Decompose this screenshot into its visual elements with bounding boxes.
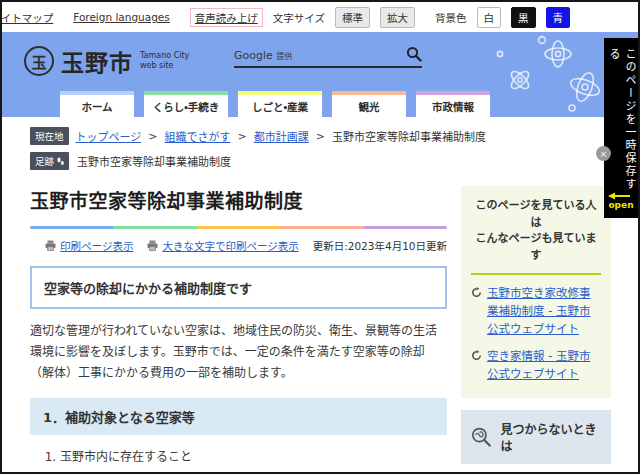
close-icon[interactable]: ×: [596, 146, 611, 161]
related-divider: [471, 273, 601, 275]
bg-blue-button[interactable]: 青: [546, 7, 571, 28]
bg-color-label: 背景色: [435, 10, 467, 25]
eligibility-list: 玉野市内に存在すること 空家等の物的状態がそのまま放置すれば、倒壊等著しく保安上…: [30, 447, 447, 474]
save-page-label: このページを一時保存する: [605, 48, 637, 192]
city-emblem-icon: 玉: [24, 46, 54, 76]
printer-icon: [45, 240, 56, 251]
tab-work-industry[interactable]: しごと・産業: [238, 91, 322, 117]
not-found-label: 見つからないときは: [501, 420, 602, 454]
print-large-text-link[interactable]: 大きな文字で印刷ページ表示: [147, 238, 298, 253]
print-page-link[interactable]: 印刷ページ表示: [45, 238, 133, 253]
breadcrumb-link-top[interactable]: トップページ: [76, 128, 142, 144]
list-item: 空家等の物的状態がそのまま放置すれば、倒壊等著しく保安上危険となるおそれのある状…: [60, 469, 447, 474]
tab-tourism[interactable]: 観光: [332, 91, 406, 117]
related-link-renovation-subsidy[interactable]: 玉野市空き家改修事業補助制度 - 玉野市公式ウェブサイト: [471, 285, 601, 338]
list-item: 玉野市内に存在すること: [60, 447, 447, 469]
bg-white-button[interactable]: 白: [477, 7, 502, 28]
font-size-large-button[interactable]: 拡大: [380, 7, 415, 28]
save-page-tab[interactable]: このページを一時保存する open ×: [604, 38, 638, 218]
tab-home[interactable]: ホーム: [60, 91, 134, 117]
lead-summary-box: 空家等の除却にかかる補助制度です: [30, 266, 447, 309]
current-location-badge: 現在地: [30, 127, 69, 145]
site-logo[interactable]: 玉 玉野市 Tamano City web site: [24, 44, 189, 78]
breadcrumb-link-organizations[interactable]: 組織でさがす: [165, 128, 231, 144]
footprint-history: 足跡 玉野市空家等除却事業補助制度: [2, 145, 638, 170]
rainbow-divider: [30, 226, 447, 229]
tab-living-procedures[interactable]: くらし・手続き: [144, 91, 228, 117]
sidebar: このページを見ている人は こんなページも見ています 玉野市空き家改修事業補助制度…: [461, 170, 611, 474]
site-header: 玉 玉野市 Tamano City web site Google 提供: [2, 32, 638, 117]
tab-city-info[interactable]: 市政情報: [416, 91, 490, 117]
site-search-input[interactable]: Google 提供: [234, 46, 422, 68]
primary-navigation: ホーム くらし・手続き しごと・産業 観光 市政情報: [60, 91, 490, 117]
open-arrow-icon: [608, 192, 630, 200]
search-scribble-icon: [470, 425, 493, 449]
related-pages-title: このページを見ている人は こんなページも見ています: [471, 198, 601, 264]
search-icon[interactable]: [406, 46, 422, 62]
main-column: 玉野市空家等除却事業補助制度 印刷ページ表示 大きな文字で印刷ページ表示 更新日…: [30, 170, 447, 474]
updated-date: 更新日:2023年4月10日更新: [313, 238, 447, 253]
printer-icon: [147, 240, 158, 251]
sitemap-link[interactable]: サイトマップ: [0, 10, 53, 25]
page-title: 玉野市空家等除却事業補助制度: [30, 186, 447, 213]
site-title: 玉野市: [61, 44, 133, 78]
search-provider-label: Google 提供: [234, 49, 292, 62]
font-size-label: 文字サイズ: [273, 10, 325, 25]
section-1-heading: 1．補助対象となる空家等: [30, 398, 447, 435]
voice-readout-link[interactable]: 音声読み上げ: [190, 8, 263, 27]
breadcrumb-current-page: 玉野市空家等除却事業補助制度: [332, 128, 486, 144]
intro-paragraph: 適切な管理が行われていない空家は、地域住民の防災、衛生、景観等の生活環境に影響を…: [30, 321, 447, 384]
site-subtitle: Tamano City web site: [140, 51, 189, 71]
breadcrumb-link-urban-planning[interactable]: 都市計画課: [254, 128, 309, 144]
font-size-standard-button[interactable]: 標準: [335, 7, 370, 28]
page-frame: 本文へ はじめての方へ サイトマップ Foreign languages 音声読…: [0, 0, 640, 474]
page-meta-row: 印刷ページ表示 大きな文字で印刷ページ表示 更新日:2023年4月10日更新: [30, 238, 447, 253]
utility-bar: 本文へ はじめての方へ サイトマップ Foreign languages 音声読…: [2, 2, 638, 32]
not-found-box[interactable]: 見つからないときは: [461, 410, 611, 464]
save-page-open-control[interactable]: open: [608, 192, 633, 210]
circular-arrow-icon: [471, 350, 482, 361]
related-link-vacant-house-info[interactable]: 空き家情報 - 玉野市公式ウェブサイト: [471, 348, 601, 384]
footprint-icon: [57, 157, 64, 166]
footprint-page-name: 玉野市空家等除却事業補助制度: [77, 153, 231, 169]
bg-black-button[interactable]: 黒: [511, 7, 536, 28]
circular-arrow-icon: [471, 287, 482, 298]
footprint-badge: 足跡: [30, 152, 69, 170]
breadcrumb: 現在地 トップページ > 組織でさがす > 都市計画課 > 玉野市空家等除却事業…: [2, 117, 638, 145]
related-pages-box: このページを見ている人は こんなページも見ています 玉野市空き家改修事業補助制度…: [461, 186, 611, 398]
content-area: 玉野市空家等除却事業補助制度 印刷ページ表示 大きな文字で印刷ページ表示 更新日…: [2, 170, 638, 474]
foreign-languages-link[interactable]: Foreign languages: [73, 11, 170, 23]
